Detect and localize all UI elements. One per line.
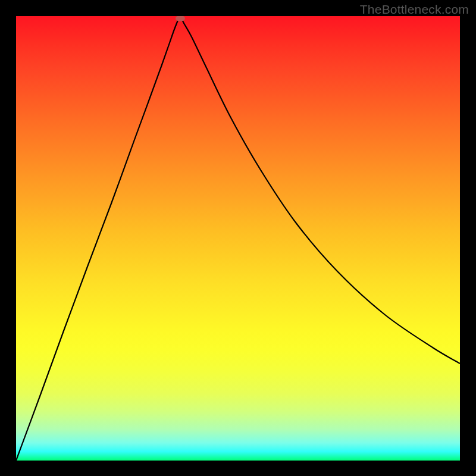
chart-plot-area: [16, 16, 460, 461]
curve-right-branch: [180, 16, 460, 364]
watermark-text: TheBottleneck.com: [360, 2, 469, 17]
chart-svg: [16, 16, 460, 461]
curve-left-branch: [16, 16, 180, 461]
minimum-marker: [176, 16, 185, 21]
